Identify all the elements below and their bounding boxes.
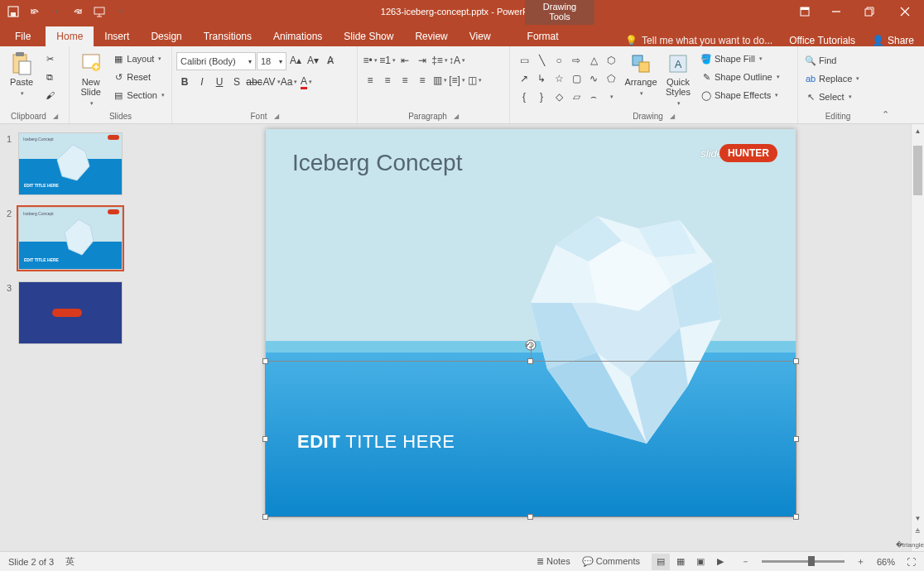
change-case-button[interactable]: Aa xyxy=(281,74,297,90)
shape-curve-icon[interactable]: ∿ xyxy=(585,70,602,87)
slideshow-view-button[interactable]: ▶ xyxy=(711,554,729,570)
zoom-slider-handle[interactable] xyxy=(808,556,815,566)
clipboard-dialog-launcher[interactable]: ◢ xyxy=(53,113,58,120)
shape-oval-icon[interactable]: ○ xyxy=(551,52,567,69)
columns-button[interactable]: ▥ xyxy=(431,72,448,89)
layout-button[interactable]: ▦Layout xyxy=(110,50,167,67)
shape-arrow-icon[interactable]: ⇨ xyxy=(568,52,585,69)
undo-icon[interactable] xyxy=(28,5,41,18)
tab-animations[interactable]: Animations xyxy=(262,26,333,46)
paragraph-dialog-launcher[interactable]: ◢ xyxy=(454,113,459,120)
undo-dropdown[interactable] xyxy=(50,5,63,18)
char-spacing-button[interactable]: AV xyxy=(263,74,280,90)
thumbnail-3[interactable]: 3 xyxy=(0,280,134,354)
prev-slide-button[interactable]: ≜ xyxy=(912,525,924,538)
scroll-thumb[interactable] xyxy=(913,146,922,195)
notes-button[interactable]: ≣ Notes xyxy=(537,556,570,567)
resize-handle-n[interactable] xyxy=(527,358,533,364)
find-button[interactable]: 🔍Find xyxy=(802,52,862,69)
scroll-up-button[interactable]: ▲ xyxy=(912,124,924,137)
next-slide-button[interactable]: �triangledown xyxy=(912,538,924,551)
smartart-button[interactable]: ◫ xyxy=(466,72,483,89)
font-color-button[interactable]: A xyxy=(298,74,315,90)
thumbnail-1[interactable]: 1 Iceberg Concept EDIT TITLE HERE xyxy=(0,131,134,205)
shape-scroll-icon[interactable]: ⌢ xyxy=(585,89,602,105)
arrange-button[interactable]: Arrange xyxy=(623,49,658,97)
resize-handle-se[interactable] xyxy=(793,514,799,520)
decrease-indent-button[interactable]: ⇤ xyxy=(397,52,413,69)
slide-counter[interactable]: Slide 2 of 3 xyxy=(8,557,54,567)
clear-formatting-icon[interactable]: A̷ xyxy=(322,52,339,69)
new-slide-button[interactable]: New Slide xyxy=(74,49,108,107)
font-name-selector[interactable]: Calibri (Body)▾ xyxy=(176,52,256,70)
ribbon-display-options-icon[interactable] xyxy=(790,0,820,23)
shape-bracket-icon[interactable]: { xyxy=(516,89,532,105)
align-center-button[interactable]: ≡ xyxy=(379,72,396,89)
replace-button[interactable]: abReplace xyxy=(802,70,862,87)
zoom-slider[interactable] xyxy=(762,560,845,563)
zoom-in-button[interactable]: ＋ xyxy=(856,555,865,568)
drawing-dialog-launcher[interactable]: ◢ xyxy=(670,113,675,120)
shape-more2-icon[interactable]: ⬠ xyxy=(603,70,619,87)
quick-styles-button[interactable]: A Quick Styles xyxy=(661,49,695,107)
shape-arrow2-icon[interactable]: ↗ xyxy=(516,70,532,87)
numbering-button[interactable]: ≡1 xyxy=(379,52,396,69)
slide-canvas-area[interactable]: Iceberg Concept slide HUNTER xyxy=(134,124,911,551)
bold-button[interactable]: B xyxy=(176,74,193,90)
qat-customize-dropdown[interactable] xyxy=(114,5,128,18)
shape-rect-icon[interactable]: ▭ xyxy=(516,52,532,69)
shape-rr2-icon[interactable]: ▱ xyxy=(568,89,585,105)
office-tutorials-link[interactable]: Office Tutorials xyxy=(789,35,855,46)
shape-star-icon[interactable]: ☆ xyxy=(551,70,567,87)
section-button[interactable]: ▤Section xyxy=(110,87,167,103)
resize-handle-nw[interactable] xyxy=(262,358,268,364)
tab-format[interactable]: Format xyxy=(517,26,570,46)
thumbnail-2[interactable]: 2 Iceberg Concept EDIT TITLE HERE xyxy=(0,205,134,280)
strike-button[interactable]: abc xyxy=(246,74,262,90)
reading-view-button[interactable]: ▣ xyxy=(691,554,710,570)
text-direction-button[interactable]: ↕A xyxy=(449,52,465,69)
shape-tri-icon[interactable]: △ xyxy=(585,52,602,69)
comments-button[interactable]: 💬 Comments xyxy=(582,556,640,567)
restore-button[interactable] xyxy=(853,0,886,23)
align-left-button[interactable]: ≡ xyxy=(362,72,378,89)
shape-bracket2-icon[interactable]: } xyxy=(533,89,550,105)
align-right-button[interactable]: ≡ xyxy=(397,72,413,89)
select-button[interactable]: ↖Select xyxy=(802,89,862,105)
tab-slideshow[interactable]: Slide Show xyxy=(333,26,404,46)
align-text-button[interactable]: [≡] xyxy=(449,72,465,89)
language-indicator[interactable]: 英 xyxy=(65,555,75,568)
tell-me-search[interactable]: 💡Tell me what you want to do... xyxy=(625,35,772,46)
paste-button[interactable]: Paste xyxy=(4,49,39,97)
shape-rr-icon[interactable]: ▢ xyxy=(568,70,585,87)
redo-icon[interactable] xyxy=(71,5,84,18)
save-icon[interactable] xyxy=(7,5,20,18)
zoom-level[interactable]: 66% xyxy=(877,557,895,567)
resize-handle-s[interactable] xyxy=(527,514,533,520)
zoom-out-button[interactable]: － xyxy=(741,555,750,568)
fit-to-window-button[interactable]: ⛶ xyxy=(907,557,916,567)
tab-insert[interactable]: Insert xyxy=(94,26,140,46)
collapse-ribbon-button[interactable]: ⌃ xyxy=(878,46,893,123)
tab-file[interactable]: File xyxy=(0,26,46,46)
resize-handle-w[interactable] xyxy=(262,436,268,442)
shape-more1-icon[interactable]: ⬡ xyxy=(603,52,619,69)
shape-fill-button[interactable]: 🪣Shape Fill xyxy=(698,50,782,67)
close-button[interactable] xyxy=(886,0,924,23)
reset-button[interactable]: ↺Reset xyxy=(110,69,167,85)
share-button[interactable]: 👤Share xyxy=(872,35,914,46)
font-size-selector[interactable]: 18▾ xyxy=(257,52,286,70)
tab-home[interactable]: Home xyxy=(46,26,94,46)
justify-button[interactable]: ≡ xyxy=(414,72,431,89)
scroll-track[interactable] xyxy=(912,137,924,511)
resize-handle-ne[interactable] xyxy=(793,358,799,364)
placeholder-text[interactable]: EDIT TITLE HERE xyxy=(297,431,455,453)
shape-line-icon[interactable]: ╲ xyxy=(533,52,550,69)
shapes-more-dropdown[interactable] xyxy=(603,89,619,105)
shape-outline-button[interactable]: ✎Shape Outline xyxy=(698,69,782,85)
shape-effects-button[interactable]: ◯Shape Effects xyxy=(698,87,782,103)
tab-view[interactable]: View xyxy=(459,26,502,46)
cut-button[interactable]: ✂ xyxy=(41,50,58,67)
tab-transitions[interactable]: Transitions xyxy=(193,26,262,46)
increase-indent-button[interactable]: ⇥ xyxy=(414,52,431,69)
